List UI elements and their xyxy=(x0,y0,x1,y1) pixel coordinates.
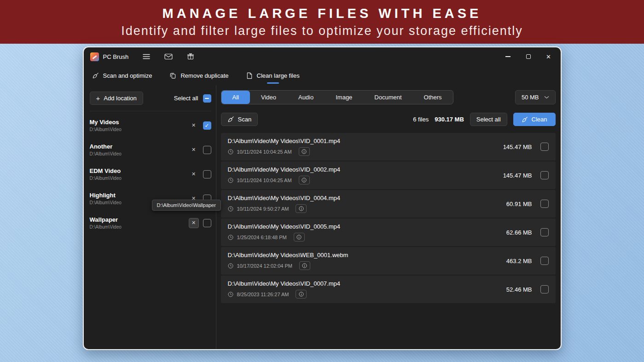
file-size: 52.46 MB xyxy=(506,286,532,293)
info-button[interactable] xyxy=(299,147,310,156)
clock-icon xyxy=(228,292,233,297)
banner-title: MANAGE LARGE FILES WITH EASE xyxy=(162,6,482,21)
file-row: D:\Album\Video\My Videos\VID_0001.mp4 10… xyxy=(221,133,556,161)
tab-remove-duplicate[interactable]: Remove duplicate xyxy=(169,66,228,85)
file-size: 145.47 MB xyxy=(503,172,532,179)
filter-tab[interactable]: All xyxy=(221,91,250,104)
file-size: 62.66 MB xyxy=(506,229,532,236)
mail-icon[interactable] xyxy=(164,53,173,60)
info-button[interactable] xyxy=(299,176,310,184)
file-checkbox[interactable] xyxy=(540,257,549,265)
info-button[interactable] xyxy=(294,233,305,241)
path-tooltip: D:\Album\Video\Wallpaper xyxy=(152,200,221,211)
location-name: Highlight xyxy=(90,192,189,199)
file-checkbox[interactable] xyxy=(540,228,549,236)
file-size: 60.91 MB xyxy=(506,201,532,207)
select-all-label: Select all xyxy=(174,95,198,102)
location-list: My Videos D:\Album\Video ✕ Another D:\Al… xyxy=(90,111,211,235)
file-checkbox[interactable] xyxy=(540,200,549,208)
location-path: D:\Album\Video xyxy=(90,151,189,156)
app-window: PC Brush ✕ Scan and optimize Remove dupl… xyxy=(83,46,562,350)
file-path: D:\Album\Video\My Videos\VID_0007.mp4 xyxy=(228,280,506,287)
select-all-locations-checkbox[interactable] xyxy=(203,94,211,103)
remove-location-button[interactable]: ✕ xyxy=(189,169,199,179)
copy-icon xyxy=(169,72,176,79)
add-location-label: Add location xyxy=(104,95,137,102)
file-checkbox[interactable] xyxy=(540,285,549,293)
maximize-button[interactable] xyxy=(518,48,539,65)
nav-tabs: Scan and optimize Remove duplicate Clean… xyxy=(84,66,561,85)
clock-icon xyxy=(228,206,233,212)
clean-button[interactable]: Clean xyxy=(513,113,556,126)
location-checkbox[interactable] xyxy=(203,170,211,178)
location-path: D:\Album\Video xyxy=(90,224,189,230)
scan-icon xyxy=(227,116,234,123)
add-location-button[interactable]: + Add location xyxy=(90,92,143,105)
tab-label: Clean large files xyxy=(257,72,300,79)
file-path: D:\Album\Video\My Videos\VID_0005.mp4 xyxy=(228,223,506,230)
broom-icon xyxy=(92,72,99,79)
locations-sidebar: + Add location Select all My Videos D:\A… xyxy=(84,85,216,349)
location-name: My Videos xyxy=(90,119,189,126)
titlebar: PC Brush ✕ xyxy=(84,47,561,66)
summary-group: 6 files 930.17 MB Select all Clean xyxy=(413,113,555,126)
remove-location-button[interactable]: ✕ xyxy=(189,145,199,155)
chevron-down-icon xyxy=(544,96,549,99)
size-filter-dropdown[interactable]: 50 MB xyxy=(515,90,556,104)
file-row: D:\Album\Video\My Videos\VID_0007.mp4 8/… xyxy=(221,276,556,303)
clock-icon xyxy=(228,149,233,155)
close-button[interactable]: ✕ xyxy=(539,48,559,65)
location-item[interactable]: Wallpaper D:\Album\Video ✕ xyxy=(90,211,211,235)
location-checkbox[interactable] xyxy=(203,219,211,227)
location-item[interactable]: My Videos D:\Album\Video ✕ xyxy=(90,113,211,138)
size-filter-value: 50 MB xyxy=(522,94,539,101)
info-button[interactable] xyxy=(299,261,310,270)
gift-icon[interactable] xyxy=(187,53,194,60)
document-icon xyxy=(246,72,253,79)
location-name: Another xyxy=(90,143,189,150)
remove-location-button[interactable]: ✕ xyxy=(189,121,199,131)
files-count: 6 files xyxy=(413,116,429,123)
info-button[interactable] xyxy=(296,290,307,299)
tab-scan-and-optimize[interactable]: Scan and optimize xyxy=(92,66,152,85)
file-path: D:\Album\Video\My Videos\WEB_0001.webm xyxy=(228,252,506,259)
file-checkbox[interactable] xyxy=(540,143,549,151)
location-checkbox[interactable] xyxy=(203,121,211,130)
clean-label: Clean xyxy=(532,116,547,123)
file-size: 463.2 MB xyxy=(506,258,532,264)
location-path: D:\Album\Video xyxy=(90,176,189,181)
remove-location-button[interactable]: ✕ xyxy=(189,218,199,228)
file-date: 1/25/2024 6:18:48 PM xyxy=(237,235,287,240)
select-all-files-button[interactable]: Select all xyxy=(470,113,507,126)
info-button[interactable] xyxy=(296,204,307,213)
filter-tab[interactable]: Image xyxy=(325,91,363,104)
filter-tab[interactable]: Document xyxy=(363,91,412,104)
file-size: 145.47 MB xyxy=(503,144,532,150)
filter-tab[interactable]: Others xyxy=(413,91,453,104)
main-panel: All Video Audio Image Document Others 50… xyxy=(216,85,561,349)
minimize-button[interactable] xyxy=(498,48,518,65)
file-date: 10/11/2024 9:50:27 AM xyxy=(237,206,289,212)
clock-icon xyxy=(228,178,233,183)
app-logo-icon xyxy=(90,52,99,61)
tab-clean-large-files[interactable]: Clean large files xyxy=(246,66,300,85)
scan-label: Scan xyxy=(238,116,252,123)
sidebar-header: + Add location Select all xyxy=(90,92,211,111)
banner-subtitle: Identify and filter large files to optim… xyxy=(121,24,522,38)
location-item[interactable]: EDM Video D:\Album\Video ✕ xyxy=(90,162,211,186)
file-date: 10/17/2024 12:02:04 PM xyxy=(237,263,292,269)
file-path: D:\Album\Video\My Videos\VID_0002.mp4 xyxy=(228,166,503,173)
file-path: D:\Album\Video\My Videos\VID_0001.mp4 xyxy=(228,138,503,144)
scan-button[interactable]: Scan xyxy=(221,113,258,126)
location-path: D:\Album\Video xyxy=(90,127,189,132)
location-checkbox[interactable] xyxy=(203,146,211,154)
location-item[interactable]: Another D:\Album\Video ✕ xyxy=(90,138,211,162)
filter-tab[interactable]: Audio xyxy=(287,91,325,104)
file-date: 10/11/2024 10:04:25 AM xyxy=(237,149,292,155)
hamburger-menu-icon[interactable] xyxy=(143,53,150,60)
filter-tab[interactable]: Video xyxy=(250,91,287,104)
filter-row: All Video Audio Image Document Others 50… xyxy=(221,90,556,104)
tab-label: Remove duplicate xyxy=(180,72,228,79)
file-checkbox[interactable] xyxy=(540,171,549,179)
location-name: Wallpaper xyxy=(90,216,189,223)
